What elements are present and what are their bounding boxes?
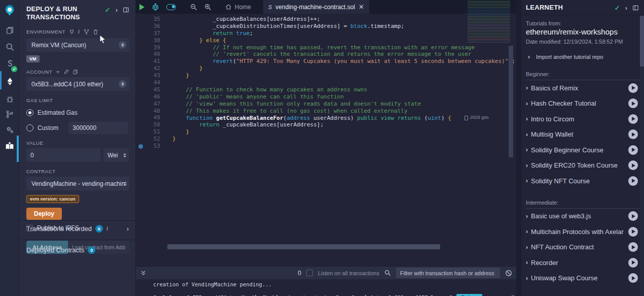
zoom-out-button[interactable] <box>187 0 201 14</box>
breakpoint-gutter[interactable] <box>136 44 147 51</box>
tutorial-expand-chevron-icon[interactable]: › <box>526 228 528 235</box>
code-line[interactable]: 40 // 'revert' cancels the transaction a… <box>136 51 516 58</box>
breakpoint-gutter[interactable] <box>136 16 147 23</box>
tutorial-play-button[interactable] <box>628 273 638 283</box>
code-line[interactable]: 45 // Function to check how many cupcake… <box>136 86 516 93</box>
code-line[interactable]: 42 } <box>136 65 516 72</box>
tutorial-expand-chevron-icon[interactable]: › <box>526 259 528 266</box>
rail-remix-logo-icon[interactable] <box>0 3 19 18</box>
tutorial-play-button[interactable] <box>628 98 638 108</box>
account-add-icon[interactable]: + <box>56 70 60 75</box>
tutorial-play-button[interactable] <box>628 129 638 139</box>
listen-all-transactions-checkbox[interactable] <box>306 270 313 276</box>
account-select[interactable]: 0x5B3...eddC4 (100 ether) <box>26 77 129 91</box>
tutorial-play-button[interactable] <box>628 258 638 268</box>
editor-horizontal-scrollbar[interactable] <box>167 244 440 249</box>
code-line[interactable]: 46 // 'public' means anyone can call thi… <box>136 93 516 101</box>
code-line[interactable]: 36 _cupcakeDistributionTimes[userAddress… <box>136 23 516 30</box>
terminal-tx-row[interactable]: [vm] from: 0x5B3...eddC4 to: VendingMach… <box>153 294 482 296</box>
tutorial-item[interactable]: ›Basic use of web3.js <box>526 209 640 224</box>
run-script-button[interactable] <box>136 0 148 14</box>
tutorial-item[interactable]: ›Multichain Protocols with Axelar <box>526 224 640 240</box>
copilot-toggle[interactable] <box>163 0 180 14</box>
breakpoint-gutter[interactable] <box>136 23 147 30</box>
tutorial-item[interactable]: ›Solidity ERC20 Token Course <box>526 158 640 174</box>
code-line[interactable]: 48 // This makes it free to call (no gas… <box>136 108 516 115</box>
breakpoint-gutter[interactable] <box>136 86 147 93</box>
code-line[interactable]: 41 revert("HTTP 429: Too Many Cupcakes (… <box>136 58 516 65</box>
terminal-output[interactable]: creation of VendingMachine pending... [v… <box>136 279 516 296</box>
environment-select[interactable]: Remix VM (Cancun) <box>26 38 129 52</box>
breakpoint-gutter[interactable] <box>136 30 147 37</box>
breakpoint-gutter[interactable] <box>136 93 147 101</box>
tutorial-item[interactable]: ›NFT Auction Contract <box>526 240 640 255</box>
transactions-expand-chevron-icon[interactable]: › <box>127 226 129 232</box>
breakpoint-gutter[interactable] <box>136 114 147 121</box>
terminal-clear-icon[interactable] <box>505 270 512 277</box>
zoom-in-button[interactable] <box>201 0 215 14</box>
environment-delete-icon[interactable] <box>93 29 98 35</box>
rail-git-icon[interactable] <box>0 107 19 122</box>
code-line[interactable]: 50 return _cupcakeBalances[userAddress]; <box>136 121 516 128</box>
terminal-expand-button[interactable] <box>140 270 147 276</box>
breakpoint-dot-icon[interactable] <box>138 144 143 149</box>
tab-vending-machine-contract[interactable]: S vending-machine-contract.sol ✕ <box>263 0 369 14</box>
tutorial-expand-chevron-icon[interactable]: › <box>526 131 528 138</box>
code-line[interactable]: 51 } <box>136 128 516 136</box>
import-tutorial-repo-toggle[interactable]: › Import another tutorial repo <box>526 53 640 60</box>
breakpoint-gutter[interactable] <box>136 79 147 86</box>
code-line[interactable]: 47 // 'view' means this function only re… <box>136 101 516 108</box>
learneth-layout-icon[interactable] <box>632 5 639 11</box>
code-editor[interactable]: 35 _cupcakeBalances[userAddress]++;36 _c… <box>136 14 516 256</box>
tutorial-item[interactable]: ›Hash Checker Tutorial <box>526 96 640 112</box>
transactions-info-icon[interactable]: i <box>106 225 108 233</box>
tutorial-item[interactable]: ›Solidity Beginner Course <box>526 142 640 158</box>
editor-vertical-scrollbar[interactable] <box>509 46 513 157</box>
tutorial-item[interactable]: ›Recorder <box>526 255 640 271</box>
environment-plug-icon[interactable] <box>69 29 75 35</box>
tab-home[interactable]: Home <box>219 0 257 14</box>
code-line[interactable]: 37 return true; <box>136 30 516 37</box>
tutorial-play-button[interactable] <box>628 242 638 252</box>
tutorial-item[interactable]: ›Multisig Wallet <box>526 127 640 143</box>
rail-debugger-icon[interactable] <box>0 91 19 107</box>
tutorial-expand-chevron-icon[interactable]: › <box>526 162 528 169</box>
tutorial-play-button[interactable] <box>628 114 638 124</box>
learneth-scrollbar[interactable] <box>640 16 644 296</box>
tutorial-item[interactable]: ›Solidity NFT Course <box>526 173 640 189</box>
terminal-filter-input[interactable] <box>396 268 500 278</box>
ai-assistant-button[interactable] <box>148 0 163 14</box>
rail-solidity-compiler-icon[interactable]: ✓ <box>0 56 19 71</box>
breakpoint-gutter[interactable] <box>136 72 147 79</box>
code-line[interactable]: 39 // If not enough time has passed, rev… <box>136 44 516 51</box>
breakpoint-gutter[interactable] <box>136 128 147 136</box>
account-copy-icon[interactable] <box>73 69 78 75</box>
code-line[interactable]: 38 } else { <box>136 37 516 44</box>
breakpoint-gutter[interactable] <box>136 143 147 150</box>
tutorial-item[interactable]: ›Basics of Remix <box>526 80 640 96</box>
breakpoint-gutter[interactable] <box>136 136 147 143</box>
deploy-button[interactable]: Deploy <box>26 208 62 220</box>
tutorial-expand-chevron-icon[interactable]: › <box>526 100 528 107</box>
debug-button[interactable]: Debug <box>456 294 482 296</box>
tutorial-expand-chevron-icon[interactable]: › <box>526 115 528 122</box>
rail-settings-icon[interactable] <box>0 122 19 137</box>
rail-file-explorer-icon[interactable] <box>0 22 19 38</box>
rail-search-icon[interactable] <box>0 39 19 54</box>
tutorial-play-button[interactable] <box>628 211 638 221</box>
code-line[interactable]: 53 <box>136 143 516 150</box>
tutorial-expand-chevron-icon[interactable]: › <box>526 146 528 153</box>
tutorial-play-button[interactable] <box>628 176 638 186</box>
breakpoint-gutter[interactable] <box>136 108 147 115</box>
tutorial-item[interactable]: ›Uniswap Swap Course <box>526 271 640 286</box>
tutorial-play-button[interactable] <box>628 227 638 237</box>
environment-fork-icon[interactable] <box>84 29 89 35</box>
pin-panel-chevron-icon[interactable]: › <box>116 8 118 13</box>
breakpoint-gutter[interactable] <box>136 37 147 44</box>
tutorial-play-button[interactable] <box>628 145 638 155</box>
custom-gas-input[interactable] <box>68 122 128 134</box>
breakpoint-gutter[interactable] <box>136 121 147 128</box>
value-unit-select[interactable]: Wei <box>103 148 129 162</box>
rail-deploy-and-run-icon[interactable] <box>0 74 19 89</box>
tutorial-play-button[interactable] <box>628 160 638 170</box>
